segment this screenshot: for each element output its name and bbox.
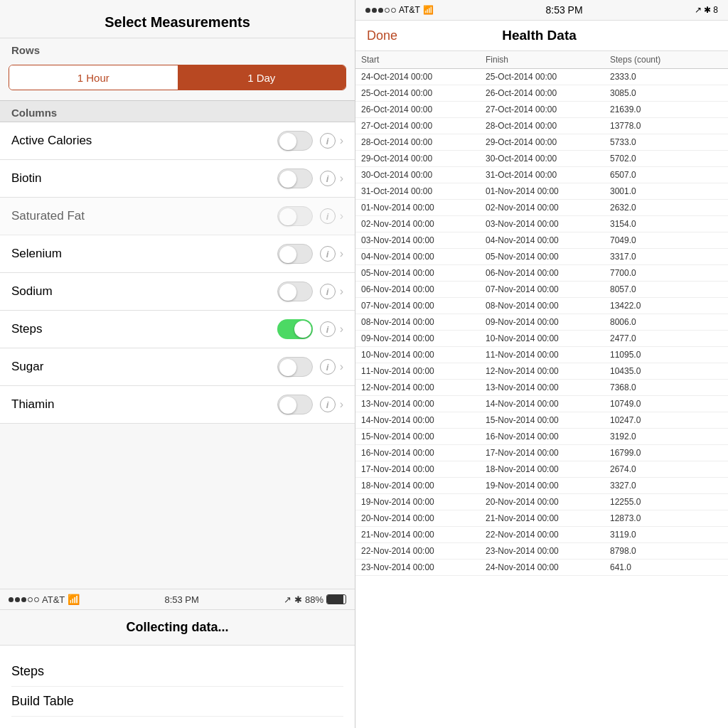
toggle-switch-0[interactable] — [277, 131, 313, 151]
table-row: 26-Oct-2014 00:0027-Oct-2014 00:0021639.… — [355, 102, 728, 118]
toggle-switch-2[interactable] — [277, 206, 313, 226]
cell-start-17: 10-Nov-2014 00:00 — [361, 350, 486, 360]
cell-steps-5: 5702.0 — [610, 154, 722, 164]
cell-steps-6: 6507.0 — [610, 170, 722, 180]
dot1 — [9, 597, 14, 602]
battery-area: ↗ ✱ 88% — [284, 594, 346, 605]
toggle-knob-1 — [279, 171, 296, 188]
cell-finish-11: 05-Nov-2014 00:00 — [486, 252, 610, 262]
table-row: 28-Oct-2014 00:0029-Oct-2014 00:005733.0 — [355, 134, 728, 151]
cell-finish-26: 20-Nov-2014 00:00 — [486, 497, 610, 507]
cell-finish-16: 10-Nov-2014 00:00 — [486, 333, 610, 343]
table-row: 29-Oct-2014 00:0030-Oct-2014 00:005702.0 — [355, 151, 728, 167]
left-status-bar: AT&T 📶 8:53 PM ↗ ✱ 88% — [0, 589, 355, 610]
columns-section-label: Columns — [0, 100, 355, 122]
right-wifi-icon: 📶 — [423, 5, 434, 15]
cell-finish-20: 14-Nov-2014 00:00 — [486, 399, 610, 409]
toggle-knob-4 — [279, 284, 296, 301]
cell-steps-28: 3119.0 — [610, 530, 722, 540]
info-icon-7[interactable]: i — [320, 397, 336, 412]
segment-1day[interactable]: 1 Day — [178, 65, 346, 90]
cell-finish-28: 22-Nov-2014 00:00 — [486, 530, 610, 540]
cell-start-10: 03-Nov-2014 00:00 — [361, 235, 486, 245]
info-icon-1[interactable]: i — [320, 171, 336, 186]
chevron-2: › — [340, 210, 343, 223]
info-icon-5[interactable]: i — [320, 321, 336, 337]
table-row: 09-Nov-2014 00:0010-Nov-2014 00:002477.0 — [355, 331, 728, 347]
table-row: 10-Nov-2014 00:0011-Nov-2014 00:0011095.… — [355, 347, 728, 363]
cell-start-24: 17-Nov-2014 00:00 — [361, 464, 486, 474]
right-carrier: AT&T — [399, 5, 420, 15]
cell-start-0: 24-Oct-2014 00:00 — [361, 72, 486, 82]
info-icon-4[interactable]: i — [320, 284, 336, 299]
segment-1hour[interactable]: 1 Hour — [9, 65, 178, 90]
cell-start-18: 11-Nov-2014 00:00 — [361, 366, 486, 376]
toggle-knob-3 — [279, 246, 296, 263]
chevron-7: › — [340, 398, 343, 411]
table-row: 07-Nov-2014 00:0008-Nov-2014 00:0013422.… — [355, 298, 728, 314]
header-finish: Finish — [486, 55, 610, 65]
cell-steps-4: 5733.0 — [610, 137, 722, 147]
toggle-switch-4[interactable] — [277, 282, 313, 301]
info-icon-6[interactable]: i — [320, 359, 336, 375]
cell-finish-2: 27-Oct-2014 00:00 — [486, 105, 610, 114]
cell-finish-0: 25-Oct-2014 00:00 — [486, 72, 610, 82]
toggle-switch-5[interactable] — [277, 319, 313, 339]
segment-control[interactable]: 1 Hour 1 Day — [9, 65, 346, 90]
toggle-switch-3[interactable] — [277, 244, 313, 264]
cell-start-15: 08-Nov-2014 00:00 — [361, 317, 486, 327]
table-row: 04-Nov-2014 00:0005-Nov-2014 00:003317.0 — [355, 249, 728, 265]
toggle-list: Active Caloriesi›Biotini›Saturated Fati›… — [0, 122, 355, 424]
toggle-label-0: Active Calories — [11, 134, 277, 148]
cell-finish-19: 13-Nov-2014 00:00 — [486, 382, 610, 392]
cell-steps-2: 21639.0 — [610, 105, 722, 114]
toggle-switch-1[interactable] — [277, 168, 313, 188]
steps-action[interactable]: Steps — [11, 657, 343, 687]
table-row: 16-Nov-2014 00:0017-Nov-2014 00:0016799.… — [355, 445, 728, 461]
toggle-label-3: Selenium — [11, 247, 277, 261]
cell-finish-12: 06-Nov-2014 00:00 — [486, 268, 610, 278]
right-signal-area: AT&T 📶 — [365, 5, 434, 15]
toggle-knob-0 — [279, 133, 296, 150]
collecting-text: Collecting data... — [126, 620, 228, 634]
cell-start-9: 02-Nov-2014 00:00 — [361, 219, 486, 229]
done-button[interactable]: Done — [367, 28, 397, 43]
table-row: 11-Nov-2014 00:0012-Nov-2014 00:0010435.… — [355, 363, 728, 380]
signal-dots — [9, 597, 39, 602]
table-row: 30-Oct-2014 00:0031-Oct-2014 00:006507.0 — [355, 167, 728, 183]
table-row: 18-Nov-2014 00:0019-Nov-2014 00:003327.0 — [355, 478, 728, 494]
cell-steps-17: 11095.0 — [610, 350, 722, 360]
cell-start-8: 01-Nov-2014 00:00 — [361, 203, 486, 213]
cell-steps-8: 2632.0 — [610, 203, 722, 213]
rows-section-label: Rows — [0, 38, 355, 59]
toggle-row-selenium: Seleniumi› — [0, 235, 355, 273]
toggle-knob-6 — [279, 359, 296, 376]
cell-steps-27: 12873.0 — [610, 513, 722, 523]
cell-start-20: 13-Nov-2014 00:00 — [361, 399, 486, 409]
table-row: 02-Nov-2014 00:0003-Nov-2014 00:003154.0 — [355, 216, 728, 232]
info-icon-3[interactable]: i — [320, 246, 336, 262]
cell-steps-24: 2674.0 — [610, 464, 722, 474]
chevron-4: › — [340, 285, 343, 298]
toggle-switch-7[interactable] — [277, 395, 313, 414]
arrows-icon: ↗ — [284, 594, 291, 605]
health-data-title: Health Data — [502, 28, 577, 43]
cell-start-3: 27-Oct-2014 00:00 — [361, 121, 486, 131]
r-dot4 — [385, 8, 390, 13]
toggle-label-4: Sodium — [11, 284, 277, 299]
table-row: 03-Nov-2014 00:0004-Nov-2014 00:007049.0 — [355, 232, 728, 249]
table-row: 12-Nov-2014 00:0013-Nov-2014 00:007368.0 — [355, 380, 728, 396]
cell-start-14: 07-Nov-2014 00:00 — [361, 301, 486, 311]
cell-start-11: 04-Nov-2014 00:00 — [361, 252, 486, 262]
info-icon-0[interactable]: i — [320, 133, 336, 149]
chevron-3: › — [340, 247, 343, 260]
right-number: 8 — [713, 5, 718, 15]
build-table-action[interactable]: Build Table — [11, 687, 343, 717]
toggle-label-2: Saturated Fat — [11, 209, 277, 223]
table-row: 20-Nov-2014 00:0021-Nov-2014 00:0012873.… — [355, 510, 728, 527]
toggle-switch-6[interactable] — [277, 357, 313, 377]
cell-steps-23: 16799.0 — [610, 448, 722, 458]
cell-finish-24: 18-Nov-2014 00:00 — [486, 464, 610, 474]
toggle-row-saturated-fat: Saturated Fati› — [0, 198, 355, 235]
info-icon-2[interactable]: i — [320, 208, 336, 224]
